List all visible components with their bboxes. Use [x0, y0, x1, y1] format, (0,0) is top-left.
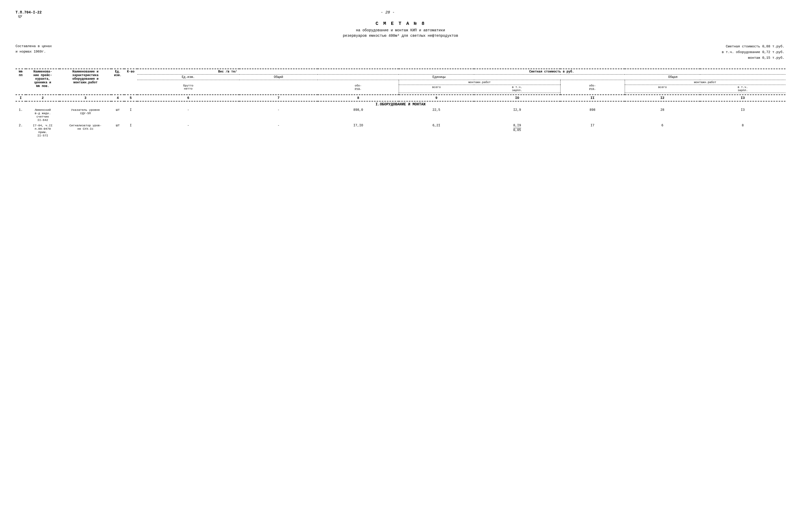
row1-name: Указатель уровняУДУ-5П	[60, 107, 111, 123]
meta-left: Составлена в ценах и нормах 1969г.	[16, 44, 52, 55]
meta-label1: Сметная стоимость	[721, 44, 761, 50]
row1-unit-equip: 898,0	[318, 107, 399, 123]
row1-total-equip: 898	[560, 107, 625, 123]
meta-label2: в т.ч. оборудование	[721, 50, 761, 55]
row1-wt-unit: -	[137, 107, 239, 123]
col-num-11: II	[560, 95, 625, 101]
header-col-qty: К-во	[124, 69, 137, 95]
row1-wt-total: -	[239, 107, 318, 123]
main-table: №№пп Наименова-ние прейс-куранта,ценника…	[16, 69, 785, 138]
meta-val2: 0,72 т.руб.	[761, 50, 785, 55]
header-cost-unit-label: Единицы	[318, 75, 560, 80]
meta-right: Сметная стоимость 0,88 т.руб. в т.ч. обо…	[721, 44, 785, 61]
header-col-num: №№пп	[16, 69, 26, 95]
header-total-sal-label: в т.ч.зарпл.	[700, 85, 785, 93]
header-col-unit: Ед.изм.	[111, 69, 124, 95]
row2-unit-equip: I7,IO	[318, 123, 399, 138]
row2-num: 2.	[16, 123, 26, 138]
page-header: Т.П.704-I-22 ЦУ - 28 -	[16, 11, 785, 18]
row2-total-equip: I7	[560, 123, 625, 138]
row1-unit: шт	[111, 107, 124, 123]
col-num-4: 4	[111, 95, 124, 101]
title-sub-1: на оборудование и монтаж КИП и автоматик…	[16, 28, 785, 33]
column-numbers-row: I 2 3 4 5 6 7 8 9 IO II I2 I3	[16, 95, 785, 101]
row2-qty: I	[124, 123, 137, 138]
header-wt-total: Общий	[239, 75, 318, 80]
table-header-top-border: №№пп Наименова-ние прейс-куранта,ценника…	[16, 69, 785, 75]
doc-sub: ЦУ	[16, 15, 42, 18]
col-num-13: I3	[700, 95, 785, 101]
row1-qty: I	[124, 107, 137, 123]
row1-priceid: Ливенскийв-д жидк.счетчикII-642	[26, 107, 60, 123]
row2-name: Сигнализатор уров-ня СУХ-Iс	[60, 123, 111, 138]
row1-total-install-sal: I3	[700, 107, 785, 123]
title-main: С М Е Т А № 8	[16, 21, 785, 26]
header-col-priceid: Наименова-ние прейс-куранта,ценника и№№ …	[26, 69, 60, 95]
section-title-row: I.ОБОРУДОВАНИЕ И МОНТАЖ	[16, 101, 785, 107]
title-sub-2: резервуаров емкостью 400м³ для светлых н…	[16, 33, 785, 39]
section-title: I.ОБОРУДОВАНИЕ И МОНТАЖ	[16, 101, 785, 107]
row2-unit: шт	[111, 123, 124, 138]
meta-val1: 0,88 т.руб.	[761, 44, 785, 50]
header-total-install-label: монтажн.работ	[625, 80, 785, 85]
header-col-name: Наименование ихарактеристикаоборудования…	[60, 69, 111, 95]
meta-left-line1: Составлена в ценах	[16, 44, 52, 49]
meta-right-table: Сметная стоимость 0,88 т.руб. в т.ч. обо…	[721, 44, 785, 61]
doc-code: Т.П.704-I-22	[16, 11, 42, 15]
doc-code-block: Т.П.704-I-22 ЦУ	[16, 11, 42, 18]
row2-wt-unit: -	[137, 123, 239, 138]
col-num-10: IO	[474, 95, 560, 101]
col-num-3: 3	[60, 95, 111, 101]
col-num-1: I	[16, 95, 26, 101]
header-col-cost-label: Сметная стоимость в руб.	[318, 69, 785, 75]
fraction-numerator: 8,I9	[513, 124, 521, 128]
row1-num: 1.	[16, 107, 26, 123]
header-wt-brutto: бруттонетто	[137, 80, 239, 95]
col-num-12: I2	[625, 95, 700, 101]
col-num-9: 9	[399, 95, 474, 101]
fraction-cell: 8,I9 0,05	[476, 124, 559, 132]
col-num-5: 5	[124, 95, 137, 101]
meta-val3: 0,15 т.руб.	[761, 55, 785, 61]
row2-unit-install-all: 6,2I	[399, 123, 474, 138]
col-num-8: 8	[318, 95, 399, 101]
col-num-6: 6	[137, 95, 239, 101]
row2-unit-install-sal: 8,I9 0,05	[474, 123, 560, 138]
header-wt-unit: Ед.изм.	[137, 75, 239, 80]
row2-wt-total: -	[239, 123, 318, 138]
title-block: С М Е Т А № 8 на оборудование и монтаж К…	[16, 21, 785, 39]
header-total-equip: обо-руд.	[560, 80, 625, 95]
row1-total-install-all: 28	[625, 107, 700, 123]
col-num-7: 7	[239, 95, 318, 101]
meta-left-line2: и нормах 1969г.	[16, 49, 52, 55]
header-cost-total-label: Общая	[560, 75, 785, 80]
meta-block: Составлена в ценах и нормах 1969г. Сметн…	[16, 44, 785, 61]
page-number: - 28 -	[42, 11, 734, 15]
header-install-sal-label: в т.ч.зарпл.	[474, 85, 560, 93]
meta-label3: монтаж	[721, 55, 761, 61]
table-row: 2. I7-04, ч.IIп.09-0470прим.II-57I Сигна…	[16, 123, 785, 138]
row2-priceid: I7-04, ч.IIп.09-0470прим.II-57I	[26, 123, 60, 138]
header-wt-empty	[239, 80, 318, 95]
col-num-2: 2	[26, 95, 60, 101]
fraction-denominator: 0,05	[513, 128, 521, 132]
header-total-all: всего	[625, 85, 700, 93]
header-unit-equip: обо-руд.	[318, 80, 399, 95]
header-col-weight-label: Вес /в тн/	[137, 69, 318, 75]
table-row: 1. Ливенскийв-д жидк.счетчикII-642 Указа…	[16, 107, 785, 123]
row2-total-install-sal: 8	[700, 123, 785, 138]
header-install-all: всего	[399, 85, 474, 93]
header-unit-install-label: монтажн.работ	[399, 80, 560, 85]
row1-unit-install-all: 22,5	[399, 107, 474, 123]
row1-unit-install-sal: I2,9	[474, 107, 560, 123]
row2-total-install-all: 6	[625, 123, 700, 138]
